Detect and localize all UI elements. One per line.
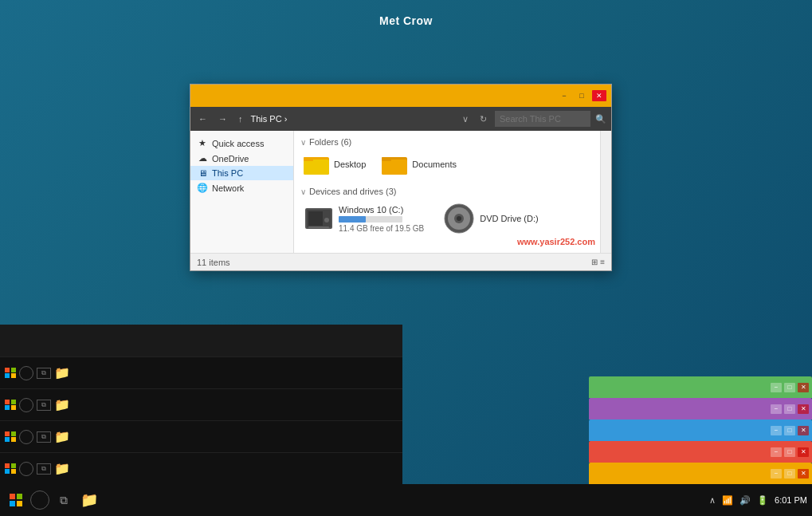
mini-windows-logo-3 (5, 431, 16, 443)
folder-label-desktop: Desktop (334, 160, 366, 169)
chevron-down-icon[interactable]: ∨ (459, 112, 472, 126)
sidebar-label-this-pc: This PC (212, 168, 243, 178)
logo-yellow (17, 501, 22, 506)
hdd-icon (304, 203, 334, 234)
taskview-button[interactable]: ⧉ (53, 489, 75, 511)
view-large-icon[interactable]: ⊞ (591, 258, 598, 266)
explorer-main: Folders (6) Desktop (294, 131, 611, 270)
maximize-btn-4[interactable]: □ (784, 447, 795, 457)
quick-access-icon: ★ (197, 138, 208, 148)
cortana-icon-1[interactable] (19, 366, 33, 380)
search-icon[interactable]: 🔍 (595, 114, 606, 124)
mini-windows-logo-1 (5, 368, 16, 379)
folders-section-header: Folders (6) (300, 137, 605, 147)
svg-rect-4 (382, 160, 407, 175)
maximize-btn-5[interactable]: □ (784, 469, 795, 479)
sidebar-label-network: Network (212, 183, 244, 193)
cortana-icon-2[interactable] (19, 398, 33, 412)
folder-icon-3[interactable]: 📁 (54, 429, 70, 444)
network-icon: 🌐 (197, 183, 208, 193)
taskbar-right: ∧ 📶 🔊 🔋 6:01 PM (709, 495, 807, 506)
drives-grid: Windows 10 (C:) 11.4 GB free of 19.5 GB (300, 201, 605, 236)
file-explorer-taskbar-button[interactable]: 📁 (78, 489, 100, 511)
taskview-icon-4[interactable]: ⧉ (37, 463, 51, 475)
sidebar-label-onedrive: OneDrive (212, 154, 249, 163)
sidebar-item-network[interactable]: 🌐 Network (190, 180, 293, 195)
this-pc-icon: 🖥 (197, 168, 208, 178)
sidebar-item-this-pc[interactable]: 🖥 This PC (190, 166, 293, 180)
folder-icon-1[interactable]: 📁 (54, 365, 70, 380)
taskview-icon-3[interactable]: ⧉ (37, 431, 51, 443)
minimize-btn-3[interactable]: − (771, 426, 782, 435)
maximize-btn-1[interactable]: □ (784, 383, 795, 392)
maximize-button[interactable]: □ (575, 90, 589, 101)
drives-label: Devices and drives (3) (309, 187, 396, 196)
explorer-addressbar: ← → ↑ This PC › ∨ ↻ 🔍 (190, 107, 611, 131)
stacked-window-1[interactable]: − □ ✕ (589, 376, 812, 398)
dvd-icon (443, 203, 475, 234)
sidebar-item-quick-access[interactable]: ★ Quick access (190, 136, 293, 151)
close-btn-3[interactable]: ✕ (798, 426, 809, 435)
minimize-btn-5[interactable]: − (771, 469, 782, 479)
battery-taskbar-icon[interactable]: 🔋 (757, 495, 768, 506)
sidebar-item-onedrive[interactable]: ☁ OneDrive (190, 151, 293, 166)
cortana-icon-3[interactable] (19, 430, 33, 444)
scrollbar[interactable] (600, 131, 611, 270)
drive-d-name: DVD Drive (D:) (480, 214, 538, 223)
stacked-windows: − □ ✕ − □ ✕ − □ ✕ − □ ✕ − □ ✕ (565, 376, 812, 484)
folders-label: Folders (6) (309, 137, 351, 147)
svg-point-14 (457, 216, 461, 221)
mini-taskbar-4: ⧉ 📁 (0, 452, 402, 484)
maximize-btn-2[interactable]: □ (784, 404, 795, 414)
close-btn-1[interactable]: ✕ (798, 383, 809, 392)
mini-taskbars: ⧉ 📁 ⧉ 📁 ⧉ 📁 ⧉ 📁 (0, 356, 402, 484)
volume-taskbar-icon[interactable]: 🔊 (739, 495, 751, 506)
stacked-window-4[interactable]: − □ ✕ (589, 441, 812, 463)
minimize-btn-2[interactable]: − (771, 404, 782, 414)
back-button[interactable]: ← (195, 112, 210, 125)
mini-taskbar-3: ⧉ 📁 (0, 420, 402, 452)
close-button[interactable]: ✕ (592, 90, 606, 101)
documents-folder-icon (382, 153, 407, 175)
view-list-icon[interactable]: ≡ (600, 258, 605, 266)
search-input[interactable] (495, 111, 590, 127)
close-btn-5[interactable]: ✕ (798, 469, 809, 479)
cortana-button[interactable] (30, 490, 49, 510)
forward-button[interactable]: → (215, 112, 230, 125)
drive-c-bar (339, 216, 402, 223)
network-taskbar-icon[interactable]: 📶 (722, 495, 733, 506)
up-button[interactable]: ↑ (235, 112, 246, 125)
windows-start-button[interactable] (5, 489, 27, 511)
address-path[interactable]: This PC › (251, 114, 455, 124)
folder-label-documents: Documents (412, 160, 457, 169)
close-btn-2[interactable]: ✕ (798, 404, 809, 414)
minimize-btn-1[interactable]: − (771, 383, 782, 392)
svg-rect-5 (382, 157, 391, 161)
svg-rect-10 (308, 226, 329, 228)
mini-windows-logo-4 (5, 463, 16, 475)
minimize-button[interactable]: − (557, 90, 571, 101)
stacked-window-3[interactable]: − □ ✕ (589, 419, 812, 441)
drive-item-c[interactable]: Windows 10 (C:) 11.4 GB free of 19.5 GB (300, 201, 427, 236)
status-items-count: 11 items (197, 258, 230, 267)
maximize-btn-3[interactable]: □ (784, 426, 795, 435)
up-arrow-icon[interactable]: ∧ (709, 495, 716, 506)
drive-item-d[interactable]: DVD Drive (D:) (440, 201, 541, 236)
folder-icon-2[interactable]: 📁 (54, 397, 70, 412)
taskview-icon-1[interactable]: ⧉ (37, 368, 51, 379)
taskview-icon-2[interactable]: ⧉ (37, 400, 51, 411)
stacked-window-5[interactable]: − □ ✕ (589, 463, 812, 484)
drive-c-size: 11.4 GB free of 19.5 GB (339, 224, 424, 233)
titlebar-buttons: − □ ✕ (557, 90, 606, 101)
cortana-icon-4[interactable] (19, 462, 33, 476)
stacked-window-2[interactable]: − □ ✕ (589, 398, 812, 419)
minimize-btn-4[interactable]: − (771, 447, 782, 457)
refresh-icon[interactable]: ↻ (477, 112, 490, 126)
folder-icon-4[interactable]: 📁 (54, 461, 70, 476)
close-btn-4[interactable]: ✕ (798, 447, 809, 457)
folder-item-desktop[interactable]: Desktop (300, 152, 369, 177)
windows-logo (10, 494, 22, 506)
svg-rect-1 (304, 160, 329, 175)
app-title: Met Crow (0, 0, 812, 27)
folder-item-documents[interactable]: Documents (379, 152, 460, 177)
